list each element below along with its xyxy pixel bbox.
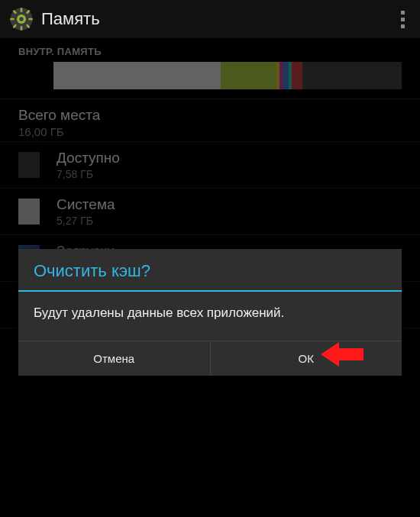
- storage-item-value: 5,27 ГБ: [57, 215, 115, 227]
- storage-usage-bar: [0, 62, 420, 99]
- usage-segment: [221, 62, 276, 89]
- usage-segment: [289, 62, 292, 89]
- pointer-arrow-icon: [321, 339, 363, 370]
- svg-rect-3: [21, 26, 23, 30]
- svg-marker-11: [321, 342, 363, 367]
- overflow-menu-icon[interactable]: [395, 11, 411, 28]
- storage-item-system[interactable]: Система5,27 ГБ: [0, 188, 420, 234]
- gear-icon: [9, 7, 34, 31]
- dialog-body: Будут удалены данные всех приложений.: [18, 292, 402, 341]
- storage-total: Всего места 16,00 ГБ: [0, 99, 420, 141]
- storage-item-value: 7,58 ГБ: [57, 168, 120, 180]
- available-swatch: [18, 152, 40, 178]
- ok-button[interactable]: ОК: [210, 341, 402, 376]
- cancel-button[interactable]: Отмена: [18, 341, 210, 376]
- svg-rect-4: [10, 18, 14, 21]
- usage-segment: [302, 62, 402, 89]
- usage-segment: [276, 62, 280, 89]
- storage-item-label: Доступно: [57, 150, 120, 166]
- section-header-internal: ВНУТР. ПАМЯТЬ: [0, 38, 420, 62]
- system-swatch: [18, 199, 40, 225]
- svg-rect-2: [21, 8, 23, 11]
- svg-point-10: [19, 17, 23, 21]
- usage-segment: [279, 62, 283, 89]
- page-title: Память: [41, 9, 100, 29]
- svg-rect-5: [28, 18, 32, 21]
- app-header: Память: [0, 0, 420, 38]
- usage-segment: [53, 62, 221, 89]
- storage-total-label: Всего места: [18, 107, 402, 124]
- usage-segment: [283, 62, 289, 89]
- dialog-title: Очистить кэш?: [18, 249, 402, 290]
- storage-item-available[interactable]: Доступно7,58 ГБ: [0, 141, 420, 188]
- storage-item-label: Система: [57, 196, 115, 213]
- storage-total-value: 16,00 ГБ: [18, 125, 402, 138]
- usage-segment: [292, 62, 302, 89]
